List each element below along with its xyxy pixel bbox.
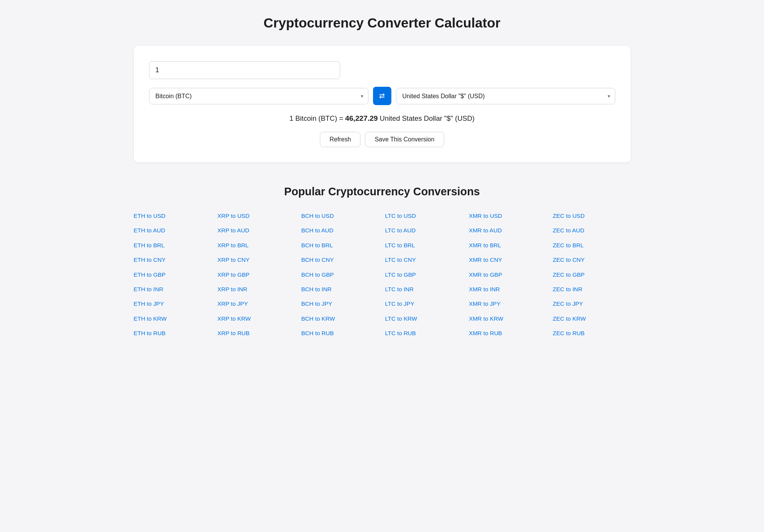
- conversion-link[interactable]: XMR to JPY: [469, 298, 547, 310]
- conversion-link[interactable]: ETH to RUB: [134, 328, 211, 339]
- conversion-link[interactable]: BCH to CNY: [301, 254, 379, 266]
- result-value: 46,227.29: [345, 114, 378, 122]
- conversion-link[interactable]: ZEC to AUD: [553, 225, 630, 236]
- result-row: 1 Bitcoin (BTC) = 46,227.29 United State…: [149, 114, 615, 123]
- conversion-link[interactable]: ETH to KRW: [134, 313, 211, 324]
- popular-section: Popular Cryptocurrency Conversions ETH t…: [134, 185, 631, 339]
- conversion-link[interactable]: LTC to AUD: [385, 225, 462, 236]
- conversion-link[interactable]: LTC to GBP: [385, 269, 462, 281]
- conversion-link[interactable]: XRP to AUD: [217, 225, 295, 236]
- conversion-link[interactable]: XMR to BRL: [469, 240, 547, 251]
- conversion-link[interactable]: ZEC to KRW: [553, 313, 630, 324]
- conversion-link[interactable]: ETH to GBP: [134, 269, 211, 281]
- conversion-link[interactable]: LTC to RUB: [385, 328, 462, 339]
- conversion-link[interactable]: XMR to USD: [469, 210, 547, 222]
- page-title: Cryptocurrency Converter Calculator: [134, 15, 631, 31]
- swap-icon: ⇄: [379, 92, 385, 100]
- to-currency-select[interactable]: United States Dollar "$" (USD) Australia…: [396, 88, 615, 104]
- conversion-link[interactable]: ETH to BRL: [134, 240, 211, 251]
- page-container: Cryptocurrency Converter Calculator Bitc…: [134, 15, 631, 339]
- conversion-link[interactable]: XMR to INR: [469, 284, 547, 295]
- conversion-link[interactable]: BCH to GBP: [301, 269, 379, 281]
- conversion-link[interactable]: ZEC to BRL: [553, 240, 630, 251]
- result-equals: =: [337, 114, 345, 122]
- conversion-link[interactable]: XRP to CNY: [217, 254, 295, 266]
- buttons-row: Refresh Save This Conversion: [149, 132, 615, 147]
- conversion-link[interactable]: LTC to USD: [385, 210, 462, 222]
- conversion-link[interactable]: BCH to USD: [301, 210, 379, 222]
- conversion-link[interactable]: XRP to RUB: [217, 328, 295, 339]
- conversion-link[interactable]: ETH to CNY: [134, 254, 211, 266]
- conversion-link[interactable]: ZEC to RUB: [553, 328, 630, 339]
- conversions-grid: ETH to USDETH to AUDETH to BRLETH to CNY…: [134, 210, 631, 339]
- from-currency-wrapper: Bitcoin (BTC) Ethereum (ETH) XRP (XRP) B…: [149, 88, 368, 104]
- conversion-link[interactable]: XRP to INR: [217, 284, 295, 295]
- conversion-link[interactable]: LTC to INR: [385, 284, 462, 295]
- conversion-link[interactable]: XRP to USD: [217, 210, 295, 222]
- conversion-link[interactable]: ZEC to JPY: [553, 298, 630, 310]
- to-currency-wrapper: United States Dollar "$" (USD) Australia…: [396, 88, 615, 104]
- result-unit: United States Dollar "$" (USD): [378, 114, 474, 122]
- conversion-link[interactable]: BCH to RUB: [301, 328, 379, 339]
- conversion-link[interactable]: XMR to RUB: [469, 328, 547, 339]
- selectors-row: Bitcoin (BTC) Ethereum (ETH) XRP (XRP) B…: [149, 87, 615, 105]
- conversion-link[interactable]: ZEC to INR: [553, 284, 630, 295]
- from-currency-select[interactable]: Bitcoin (BTC) Ethereum (ETH) XRP (XRP) B…: [149, 88, 368, 104]
- popular-title: Popular Cryptocurrency Conversions: [134, 185, 631, 198]
- conversion-link[interactable]: XMR to GBP: [469, 269, 547, 281]
- conversion-link[interactable]: LTC to CNY: [385, 254, 462, 266]
- conversion-link[interactable]: XRP to KRW: [217, 313, 295, 324]
- conversion-link[interactable]: BCH to JPY: [301, 298, 379, 310]
- conversion-link[interactable]: BCH to AUD: [301, 225, 379, 236]
- conversion-link[interactable]: ETH to JPY: [134, 298, 211, 310]
- swap-button[interactable]: ⇄: [373, 87, 391, 105]
- conversion-link[interactable]: BCH to BRL: [301, 240, 379, 251]
- conversion-link[interactable]: BCH to INR: [301, 284, 379, 295]
- conversion-link[interactable]: XRP to BRL: [217, 240, 295, 251]
- conversion-link[interactable]: LTC to JPY: [385, 298, 462, 310]
- conversion-link[interactable]: LTC to BRL: [385, 240, 462, 251]
- result-text: 1 Bitcoin (BTC): [289, 114, 337, 122]
- conversion-link[interactable]: BCH to KRW: [301, 313, 379, 324]
- conversion-link[interactable]: LTC to KRW: [385, 313, 462, 324]
- conversion-link[interactable]: XRP to JPY: [217, 298, 295, 310]
- save-button[interactable]: Save This Conversion: [365, 132, 444, 147]
- conversion-link[interactable]: ZEC to CNY: [553, 254, 630, 266]
- conversion-link[interactable]: XMR to CNY: [469, 254, 547, 266]
- amount-input[interactable]: [149, 61, 340, 79]
- conversion-link[interactable]: XMR to KRW: [469, 313, 547, 324]
- refresh-button[interactable]: Refresh: [320, 132, 360, 147]
- conversion-link[interactable]: ZEC to GBP: [553, 269, 630, 281]
- conversion-link[interactable]: XRP to GBP: [217, 269, 295, 281]
- conversion-link[interactable]: ETH to USD: [134, 210, 211, 222]
- conversion-link[interactable]: ETH to AUD: [134, 225, 211, 236]
- conversion-link[interactable]: ETH to INR: [134, 284, 211, 295]
- converter-card: Bitcoin (BTC) Ethereum (ETH) XRP (XRP) B…: [134, 46, 631, 162]
- conversion-link[interactable]: XMR to AUD: [469, 225, 547, 236]
- conversion-link[interactable]: ZEC to USD: [553, 210, 630, 222]
